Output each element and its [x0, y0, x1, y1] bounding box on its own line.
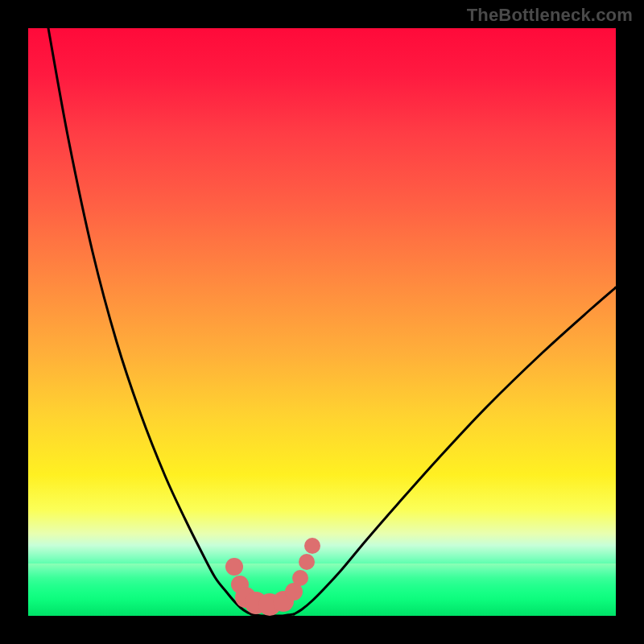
chart-frame: TheBottleneck.com: [0, 0, 644, 644]
marker-group: [225, 538, 320, 616]
valley-marker: [225, 558, 243, 576]
bottleneck-curve: [48, 28, 616, 616]
curve-layer: [28, 28, 616, 616]
valley-marker: [299, 554, 315, 570]
series-left-branch: [48, 28, 251, 614]
valley-marker: [292, 570, 308, 586]
watermark-text: TheBottleneck.com: [467, 5, 633, 26]
plot-area: [28, 28, 616, 616]
valley-marker: [304, 538, 320, 554]
series-right-branch: [294, 287, 616, 614]
